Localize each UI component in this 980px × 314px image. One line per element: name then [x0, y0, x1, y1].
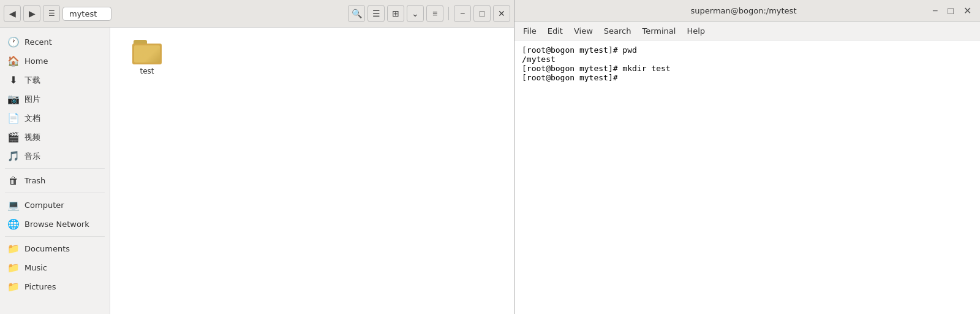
grid-view-button[interactable]: ⊞ — [387, 5, 404, 22]
menu-view[interactable]: View — [569, 25, 598, 37]
documents-icon: 📄 — [7, 112, 20, 124]
home-icon: 🏠 — [7, 55, 20, 67]
sidebar-item-music-folder[interactable]: 📁 Music — [0, 258, 110, 277]
main-area: 🕐 Recent 🏠 Home ⬇ 下载 📷 图片 📄 文档 🎬 视频 — [0, 28, 514, 314]
sidebar: 🕐 Recent 🏠 Home ⬇ 下载 📷 图片 📄 文档 🎬 视频 — [0, 28, 110, 314]
menu-terminal[interactable]: Terminal — [637, 25, 680, 37]
sidebar-item-label: 音乐 — [24, 151, 40, 162]
sidebar-item-label: Home — [24, 56, 48, 66]
sidebar-item-label: 视频 — [24, 132, 40, 143]
music-folder-icon: 📁 — [7, 262, 20, 274]
sidebar-item-label: Documents — [24, 244, 70, 253]
menu-search[interactable]: Search — [599, 25, 636, 37]
sidebar-item-label: Recent — [24, 37, 52, 47]
music-icon: 🎵 — [7, 150, 20, 162]
forward-button[interactable]: ▶ — [23, 5, 40, 22]
terminal-window: superman@bogon:/mytest − □ ✕ File Edit V… — [514, 0, 980, 314]
sidebar-item-label: Pictures — [24, 282, 56, 291]
menu-file[interactable]: File — [518, 25, 541, 37]
maximize-button[interactable]: □ — [473, 5, 491, 22]
path-title: mytest — [62, 7, 111, 21]
terminal-controls: − □ ✕ — [930, 5, 974, 17]
terminal-maximize-button[interactable]: □ — [945, 6, 956, 17]
file-manager: ◀ ▶ ☰ mytest 🔍 ☰ ⊞ ⌄ ≡ − □ ✕ 🕐 Recent 🏠 … — [0, 0, 514, 314]
menu-help[interactable]: Help — [682, 25, 710, 37]
downloads-icon: ⬇ — [7, 74, 20, 86]
extra-button[interactable]: ≡ — [426, 5, 443, 22]
sidebar-item-label: Trash — [24, 176, 45, 185]
terminal-title: superman@bogon:/mytest — [557, 6, 930, 15]
sidebar-item-videos[interactable]: 🎬 视频 — [0, 128, 110, 147]
videos-icon: 🎬 — [7, 131, 20, 143]
sidebar-divider — [5, 168, 105, 169]
recent-icon: 🕐 — [7, 36, 20, 48]
sidebar-item-documents[interactable]: 📄 文档 — [0, 109, 110, 128]
sidebar-item-label: Browse Network — [24, 220, 89, 229]
pictures-folder-icon: 📁 — [7, 281, 20, 293]
sidebar-item-pictures[interactable]: 📷 图片 — [0, 90, 110, 109]
file-label: test — [140, 67, 154, 75]
sidebar-item-home[interactable]: 🏠 Home — [0, 52, 110, 71]
sidebar-divider3 — [5, 236, 105, 237]
sidebar-item-computer[interactable]: 💻 Computer — [0, 196, 110, 215]
toolbar: ◀ ▶ ☰ mytest 🔍 ☰ ⊞ ⌄ ≡ − □ ✕ — [0, 0, 514, 28]
pictures-icon: 📷 — [7, 93, 20, 105]
terminal-minimize-button[interactable]: − — [930, 6, 940, 17]
terminal-menubar: File Edit View Search Terminal Help — [514, 22, 980, 40]
sidebar-item-label: 文档 — [24, 113, 40, 124]
file-item-test[interactable]: test — [123, 40, 172, 75]
trash-icon: 🗑 — [7, 175, 20, 186]
search-button[interactable]: 🔍 — [348, 5, 365, 22]
sidebar-item-downloads[interactable]: ⬇ 下载 — [0, 71, 110, 90]
sidebar-item-music[interactable]: 🎵 音乐 — [0, 147, 110, 166]
terminal-body[interactable]: [root@bogon mytest]# pwd /mytest [root@b… — [514, 40, 980, 314]
menu-button[interactable]: ☰ — [43, 5, 60, 22]
terminal-close-button[interactable]: ✕ — [961, 5, 974, 17]
sidebar-item-browse-network[interactable]: 🌐 Browse Network — [0, 215, 110, 234]
folder-icon — [132, 40, 162, 64]
list-view-button[interactable]: ☰ — [368, 5, 385, 22]
documents-folder-icon: 📁 — [7, 243, 20, 255]
sort-button[interactable]: ⌄ — [407, 5, 424, 22]
computer-icon: 💻 — [7, 199, 20, 211]
minimize-button[interactable]: − — [454, 5, 471, 22]
back-button[interactable]: ◀ — [4, 5, 21, 22]
sidebar-item-label: 图片 — [24, 94, 40, 105]
terminal-titlebar: superman@bogon:/mytest − □ ✕ — [514, 0, 980, 22]
sidebar-item-recent[interactable]: 🕐 Recent — [0, 33, 110, 52]
sidebar-item-label: 下载 — [24, 75, 40, 86]
sidebar-divider2 — [5, 193, 105, 193]
network-icon: 🌐 — [7, 218, 20, 230]
close-button[interactable]: ✕ — [493, 5, 510, 22]
menu-edit[interactable]: Edit — [543, 25, 568, 37]
content-area: test — [110, 28, 514, 314]
sidebar-item-label: Music — [24, 263, 47, 272]
sidebar-item-trash[interactable]: 🗑 Trash — [0, 171, 110, 190]
sidebar-item-documents-folder[interactable]: 📁 Documents — [0, 239, 110, 258]
sidebar-item-label: Computer — [24, 201, 64, 210]
sidebar-item-pictures-folder[interactable]: 📁 Pictures — [0, 277, 110, 296]
